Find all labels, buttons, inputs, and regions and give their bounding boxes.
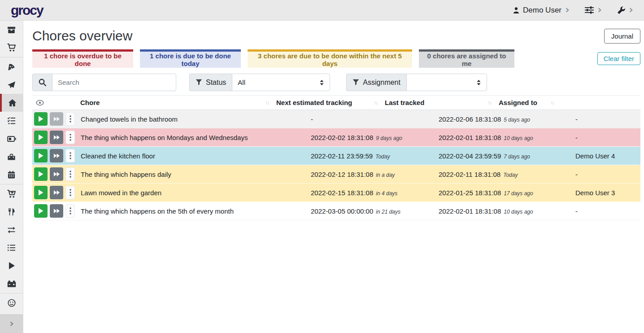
- track-chore-button[interactable]: [34, 204, 48, 218]
- table-row: Changed towels in the bathroom - 2022-02…: [32, 110, 640, 128]
- chore-name[interactable]: Changed towels in the bathroom: [77, 115, 307, 123]
- chore-name[interactable]: Cleaned the kitchen floor: [77, 152, 307, 160]
- skip-chore-button[interactable]: [50, 204, 63, 218]
- column-header-assigned-to[interactable]: Assigned to ↑↓: [496, 99, 558, 106]
- next-tracking-cell: 2022-03-05 00:00:00in 21 days: [307, 207, 435, 215]
- eye-icon[interactable]: [36, 100, 44, 106]
- status-filter-label-box: Status: [189, 74, 232, 91]
- settings-menu[interactable]: [585, 6, 602, 14]
- sidebar-item-consume[interactable]: [0, 203, 23, 221]
- sliders-icon: [585, 6, 594, 14]
- skip-chore-button[interactable]: [50, 186, 63, 199]
- track-chore-button[interactable]: [34, 149, 48, 162]
- utensils-icon: [8, 208, 15, 216]
- table-row: The thing which happens daily 2022-02-12…: [32, 165, 640, 184]
- sidebar-item-stock-overview[interactable]: [0, 21, 23, 39]
- main-content: Chores overview Journal 1 chore is overd…: [23, 26, 644, 220]
- sidebar-item-calendar[interactable]: [0, 166, 23, 184]
- column-header-last-tracked[interactable]: Last tracked ↑↓: [382, 99, 496, 106]
- status-card-due-soon[interactable]: 3 chores are due to be done within the n…: [248, 49, 412, 68]
- search-icon: [39, 79, 46, 86]
- chore-name[interactable]: The thing which happens on the 5th of ev…: [77, 207, 307, 215]
- sidebar-item-chore-tracking[interactable]: [0, 257, 23, 275]
- journal-button[interactable]: Journal: [604, 29, 640, 44]
- shopping-cart-icon: [7, 44, 16, 52]
- chore-name[interactable]: The thing which happens daily: [77, 171, 307, 178]
- sort-icon[interactable]: ↑↓: [374, 100, 377, 106]
- fast-forward-icon: [53, 208, 60, 214]
- row-menu-button[interactable]: [65, 112, 75, 126]
- relative-time: 10 days ago: [504, 209, 533, 215]
- clear-filter-button[interactable]: Clear filter: [597, 52, 640, 65]
- sidebar-item-chores-overview[interactable]: [0, 94, 23, 112]
- status-card-overdue[interactable]: 1 chore is overdue to be done: [32, 49, 133, 68]
- chore-name[interactable]: The thing which happens on Mondays and W…: [77, 134, 307, 141]
- sidebar-item-shopping-list[interactable]: [0, 39, 23, 57]
- relative-time: 7 days ago: [504, 153, 530, 160]
- relative-time: in 4 days: [376, 190, 397, 197]
- sidebar-divider: [0, 293, 23, 294]
- paper-plane-icon: [7, 81, 16, 89]
- status-card-assigned-me[interactable]: 0 chores are assigned to me: [419, 49, 514, 68]
- ellipsis-v-icon: [70, 152, 71, 159]
- row-menu-button[interactable]: [65, 149, 75, 162]
- sidebar-item-transfer[interactable]: [0, 221, 23, 239]
- sidebar-item-tasks[interactable]: [0, 112, 23, 130]
- sidebar-item-meal-plan[interactable]: [0, 76, 23, 94]
- sort-icon[interactable]: ↑↓: [550, 100, 554, 106]
- column-header-chore[interactable]: Chore ↑↓: [77, 99, 273, 106]
- table-header: Chore ↑↓ Next estimated tracking ↑↓ Last…: [32, 95, 640, 110]
- column-header-next-estimated-tracking[interactable]: Next estimated tracking ↑↓: [273, 99, 382, 106]
- track-chore-button[interactable]: [34, 186, 48, 199]
- grocy-logo[interactable]: grocy: [11, 4, 43, 17]
- chevron-right-icon: [565, 8, 570, 13]
- admin-menu[interactable]: [617, 6, 633, 14]
- ellipsis-v-icon: [70, 134, 71, 141]
- track-chore-button[interactable]: [34, 131, 48, 144]
- user-menu[interactable]: Demo User: [513, 6, 570, 15]
- sidebar-collapse-toggle[interactable]: [0, 314, 23, 333]
- row-menu-button[interactable]: [65, 204, 75, 218]
- status-card-due-today[interactable]: 1 chore is due to be done today: [140, 49, 241, 68]
- next-tracking-cell: 2022-02-12 18:31:08in a day: [307, 171, 435, 178]
- row-menu-button[interactable]: [65, 131, 75, 144]
- sidebar-item-recipes[interactable]: [0, 58, 23, 76]
- sidebar-item-equipment[interactable]: [0, 148, 23, 166]
- wrench-icon: [617, 6, 625, 14]
- sidebar-item-users[interactable]: [0, 294, 23, 312]
- next-tracking-cell: 2022-02-02 18:31:089 days ago: [307, 134, 435, 141]
- fast-forward-icon: [53, 116, 60, 122]
- last-tracked-cell: 2022-02-11 18:31:08Today: [435, 171, 572, 178]
- sidebar-item-inventory[interactable]: [0, 239, 23, 257]
- assigned-to-cell: -: [572, 134, 640, 141]
- skip-chore-button[interactable]: [50, 167, 63, 181]
- skip-chore-button[interactable]: [50, 149, 63, 162]
- status-cards: 1 chore is overdue to be done 1 chore is…: [32, 49, 640, 68]
- assignment-filter-select[interactable]: [406, 74, 487, 91]
- last-tracked-cell: 2022-02-01 18:31:0810 days ago: [435, 134, 572, 141]
- chore-name[interactable]: Lawn mowed in the garden: [77, 189, 307, 197]
- sidebar-item-batteries-overview[interactable]: [0, 130, 23, 148]
- last-tracked-cell: 2022-02-06 18:31:085 days ago: [435, 115, 572, 123]
- status-filter-label: Status: [206, 79, 226, 87]
- chores-table: Chore ↑↓ Next estimated tracking ↑↓ Last…: [32, 95, 640, 220]
- status-filter-select[interactable]: All: [232, 74, 330, 91]
- top-navbar: grocy Demo User: [0, 0, 644, 21]
- search-input[interactable]: [52, 74, 176, 91]
- fast-forward-icon: [53, 171, 60, 177]
- sidebar-item-purchase[interactable]: [0, 185, 23, 203]
- skip-chore-button[interactable]: [50, 131, 63, 144]
- page-title: Chores overview: [32, 28, 132, 44]
- sort-icon[interactable]: ↑↓: [487, 100, 491, 106]
- track-chore-button[interactable]: [34, 167, 48, 181]
- track-chore-button[interactable]: [34, 112, 48, 126]
- filter-row: Status All Assignment: [32, 74, 640, 91]
- row-menu-button[interactable]: [65, 186, 75, 199]
- skip-chore-button: [50, 112, 63, 126]
- status-filter-value: All: [238, 79, 245, 86]
- chevron-right-icon: [628, 8, 633, 13]
- sidebar-item-battery-tracking[interactable]: [0, 275, 23, 293]
- sort-icon[interactable]: ↑↓: [265, 100, 269, 106]
- assignment-filter-label-box: Assignment: [346, 74, 406, 91]
- row-menu-button[interactable]: [65, 167, 75, 181]
